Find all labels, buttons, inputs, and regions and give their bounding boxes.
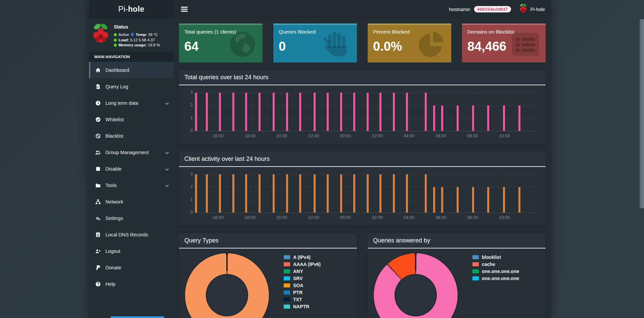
x-tick-label: 04:00 <box>404 133 415 138</box>
sidebar-item-dashboard[interactable]: Dashboard <box>89 62 174 78</box>
legend-item-one-one-one-one[interactable]: one.one.one.one <box>472 275 540 282</box>
sidebar-item-tools[interactable]: Tools <box>89 177 174 193</box>
x-tick-label: 10:00 <box>499 215 510 220</box>
legend-item-one-one-one-one[interactable]: one.one.one.one <box>472 268 540 275</box>
sidebar-item-disable[interactable]: Disable <box>89 161 174 177</box>
legend-color-swatch <box>284 290 290 294</box>
chart-bar <box>286 93 288 131</box>
bottom-panels: Query Types A (IPv4)AAAA (IPv6)ANYSRVSOA… <box>179 233 546 318</box>
queries-answered-legend: blocklistcacheone.one.one.oneone.one.one… <box>472 253 540 318</box>
question-circle-icon <box>95 281 101 287</box>
chart-bar <box>327 93 329 131</box>
panel-title: Client activity over last 24 hours <box>179 151 546 167</box>
legend-color-swatch <box>472 276 479 280</box>
legend-item-soa[interactable]: SOA <box>284 282 352 289</box>
sidebar-item-label: Tools <box>105 183 117 188</box>
legend-item-blocklist[interactable]: blocklist <box>472 254 540 261</box>
page-scrollbar-thumb[interactable] <box>640 19 644 208</box>
chart-bar <box>195 174 197 213</box>
legend-item-txt[interactable]: TXT <box>284 296 352 303</box>
sidebar-item-group-management[interactable]: Group Management <box>89 144 174 161</box>
main-content: Total queries (1 clients)64Queries Block… <box>174 18 551 318</box>
sidebar-toggle-icon[interactable] <box>181 7 188 12</box>
chart-bar <box>518 187 520 213</box>
chart-bar <box>259 93 261 131</box>
chart-bar <box>232 174 234 213</box>
panel-title: Queries answered by <box>368 233 546 248</box>
sidebar-item-long-term-data[interactable]: Long term data <box>89 95 174 111</box>
x-tick-label: 06:00 <box>435 215 447 220</box>
y-tick-label: 0 <box>183 128 193 133</box>
chart-bar <box>340 174 342 213</box>
chart-bar <box>219 174 221 213</box>
address-book-icon <box>95 232 101 237</box>
card-title: Queries Blocked <box>279 29 352 35</box>
file-icon <box>95 84 101 89</box>
sidebar-item-settings[interactable]: Settings <box>89 210 174 226</box>
status-memory-row: Memory usage: 19.9 % <box>114 43 160 48</box>
sidebar-section-label: MAIN NAVIGATION <box>89 52 174 62</box>
gridline <box>377 174 378 213</box>
sidebar-item-query-log[interactable]: Query Log <box>89 78 174 95</box>
gridline <box>346 93 346 131</box>
status-load-row: Load: 5.12 5.58 4.37 <box>114 38 160 43</box>
chart-bar <box>441 187 443 213</box>
legend-label: cache <box>482 262 495 267</box>
x-tick-label: 10:00 <box>499 133 510 138</box>
card-queries-blocked: Queries Blocked0 <box>273 24 357 62</box>
legend-item-cache[interactable]: cache <box>472 261 540 268</box>
sidebar-item-logout[interactable]: Logout <box>89 243 174 259</box>
chart-bar <box>340 93 342 131</box>
status-title: Status <box>114 24 160 30</box>
legend-color-swatch <box>284 283 290 287</box>
x-tick-label: 16:00 <box>213 215 224 220</box>
legend-item-ptr[interactable]: PTR <box>284 289 352 296</box>
chart-bar <box>273 93 275 131</box>
chart-bar <box>433 187 435 213</box>
sidebar-item-network[interactable]: Network <box>89 193 174 210</box>
panel-title: Query Types <box>179 233 357 248</box>
sidebar-item-local-dns-records[interactable]: Local DNS Records <box>89 226 174 243</box>
navbar-brand[interactable]: Pi-hole <box>519 3 545 15</box>
sidebar: Status Active Temp: 39 °C Load: 5.12 5.5… <box>89 18 174 318</box>
x-tick-label: 20:00 <box>276 133 287 138</box>
legend-item-aaaa-ipv6-[interactable]: AAAA (IPv6) <box>284 261 352 268</box>
legend-label: SRV <box>293 276 303 281</box>
chart-bar <box>219 93 221 131</box>
legend-label: TXT <box>293 297 302 302</box>
legend-item-any[interactable]: ANY <box>284 268 352 275</box>
legend-item-srv[interactable]: SRV <box>284 275 352 282</box>
card-title: Domains on Blocklist <box>467 29 540 35</box>
sidebar-item-label: Donate <box>105 265 121 270</box>
legend-color-swatch <box>284 305 290 309</box>
clients-chart: 0123 16:0018:0020:0022:0000:0002:0004:00… <box>179 167 546 226</box>
y-tick-label: 3 <box>183 172 193 176</box>
chart-bar <box>259 174 261 213</box>
client-activity-xaxis: 16:0018:0020:0022:0000:0002:0004:0006:00… <box>194 213 538 222</box>
chart-bar <box>472 187 474 213</box>
sidebar-item-whitelist[interactable]: Whitelist <box>89 111 174 128</box>
legend-color-swatch <box>284 276 290 280</box>
sidebar-item-label: Blacklist <box>105 133 123 139</box>
legend-color-swatch <box>284 262 290 266</box>
sidebar-item-donate[interactable]: Donate <box>89 259 174 276</box>
check-circle-icon <box>95 117 101 122</box>
app-logo[interactable]: Pi-hole <box>89 0 174 18</box>
card-value: 0 <box>279 39 352 54</box>
queries-over-time-plot: 0123 <box>194 93 538 131</box>
card-value: 84,466 <box>467 39 540 54</box>
sidebar-item-help[interactable]: Help <box>89 276 174 292</box>
chart-bar <box>503 105 505 131</box>
legend-item-a-ipv4-[interactable]: A (IPv4) <box>284 254 352 261</box>
home-icon <box>95 67 101 73</box>
chevron-down-icon <box>165 166 169 172</box>
legend-label: A (IPv4) <box>293 255 311 260</box>
panel-query-types: Query Types A (IPv4)AAAA (IPv6)ANYSRVSOA… <box>179 233 357 318</box>
card-total-queries-1-clients-: Total queries (1 clients)64 <box>179 24 263 62</box>
chart-bar <box>245 174 247 213</box>
sidebar-item-blacklist[interactable]: Blacklist <box>89 128 174 144</box>
legend-label: one.one.one.one <box>482 276 519 281</box>
x-tick-label: 22:00 <box>308 215 319 220</box>
legend-item-naptr[interactable]: NAPTR <box>284 303 352 310</box>
legend-color-swatch <box>284 269 290 273</box>
